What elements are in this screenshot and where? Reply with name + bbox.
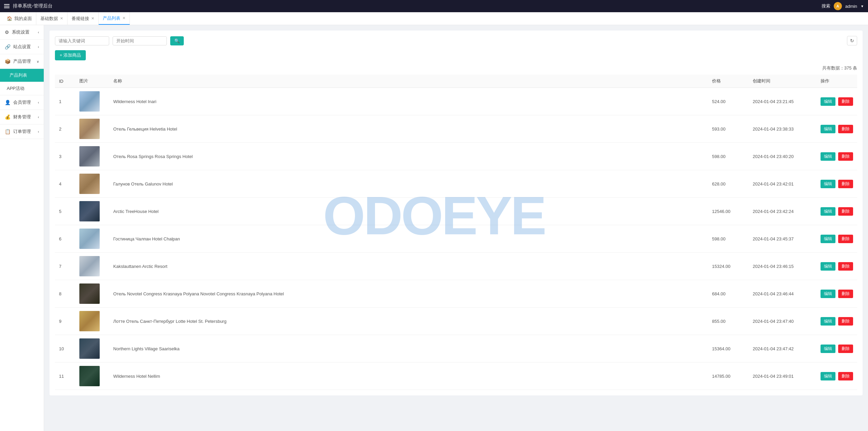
edit-button[interactable]: 编辑: [821, 125, 835, 133]
cell-name: Northern Lights Village Saariselka: [109, 335, 708, 363]
edit-button[interactable]: 编辑: [821, 317, 835, 326]
finance-icon: 💰: [5, 114, 11, 120]
search-toolbar: 🔍 ↻: [55, 36, 857, 45]
tab-products-close[interactable]: ✕: [122, 16, 125, 20]
cell-image: [75, 143, 109, 170]
cell-id: 9: [55, 308, 75, 335]
cell-id: 1: [55, 88, 75, 115]
chevron-icon: ‹: [38, 31, 39, 34]
tab-products[interactable]: 产品列表 ✕: [99, 12, 130, 25]
cell-actions: 编辑 删除: [816, 225, 857, 253]
refresh-button[interactable]: ↻: [847, 36, 857, 45]
cell-id: 5: [55, 198, 75, 225]
tab-home[interactable]: 🏠 我的桌面: [3, 12, 36, 25]
sidebar-item-product-list[interactable]: 产品列表: [0, 69, 44, 82]
chevron-icon: ‹: [38, 115, 39, 119]
sidebar-item-member-manage[interactable]: 👤 会员管理 ‹: [0, 95, 44, 110]
cell-id: 6: [55, 225, 75, 253]
cell-name: Arctic TreeHouse Hotel: [109, 198, 708, 225]
sidebar-item-finance-manage[interactable]: 💰 财务管理 ‹: [0, 110, 44, 124]
delete-button[interactable]: 删除: [838, 372, 853, 380]
edit-button[interactable]: 编辑: [821, 345, 835, 353]
table-row: 2 Отель Гельвеция Helvetia Hotel 593.00 …: [55, 115, 857, 143]
edit-button[interactable]: 编辑: [821, 372, 835, 380]
delete-button[interactable]: 删除: [838, 125, 853, 133]
sidebar-item-order-manage[interactable]: 📋 订单管理 ‹: [0, 124, 44, 139]
cell-price: 15364.00: [708, 335, 749, 363]
delete-button[interactable]: 删除: [838, 345, 853, 353]
header-left: 排单系统-管理后台: [4, 3, 53, 9]
table-row: 11 Wilderness Hotel Nellim 14785.00 2024…: [55, 363, 857, 390]
edit-button[interactable]: 编辑: [821, 235, 835, 243]
cell-price: 14785.00: [708, 363, 749, 390]
total-count: 共有数据：375 条: [55, 65, 857, 71]
table-row: 9 Лотте Отель Санкт-Петербург Lotte Hote…: [55, 308, 857, 335]
cell-price: 15324.00: [708, 253, 749, 280]
cell-name: Галунов Отель Galunov Hotel: [109, 170, 708, 198]
product-icon: 📦: [5, 59, 11, 64]
product-image: [79, 229, 100, 249]
cell-actions: 编辑 删除: [816, 253, 857, 280]
link-icon: 🔗: [5, 44, 11, 50]
sidebar-item-site-settings[interactable]: 🔗 站点设置 ‹: [0, 40, 44, 54]
hamburger-icon[interactable]: [4, 4, 9, 8]
cell-price: 12546.00: [708, 198, 749, 225]
order-icon: 📋: [5, 129, 11, 134]
cell-id: 3: [55, 143, 75, 170]
delete-button[interactable]: 删除: [838, 290, 853, 298]
cell-created: 2024-01-04 23:38:33: [749, 115, 816, 143]
cell-price: 598.00: [708, 143, 749, 170]
sidebar-item-app-activity[interactable]: APP活动: [0, 82, 44, 95]
delete-button[interactable]: 删除: [838, 317, 853, 326]
edit-button[interactable]: 编辑: [821, 152, 835, 161]
delete-button[interactable]: 删除: [838, 235, 853, 243]
delete-button[interactable]: 删除: [838, 262, 853, 271]
cell-id: 4: [55, 170, 75, 198]
search-input[interactable]: [55, 36, 109, 45]
add-product-button[interactable]: + 添加商品: [55, 50, 86, 60]
chevron-down-icon: ▼: [861, 4, 864, 8]
header-right: 搜索 A admin ▼: [822, 2, 864, 10]
edit-button[interactable]: 编辑: [821, 97, 835, 106]
cell-created: 2024-01-04 23:42:24: [749, 198, 816, 225]
cell-name: Wilderness Hotel Nellim: [109, 363, 708, 390]
cell-name: Отель Гельвеция Helvetia Hotel: [109, 115, 708, 143]
date-input[interactable]: [113, 36, 167, 45]
delete-button[interactable]: 删除: [838, 97, 853, 106]
tab-base-data-close[interactable]: ✕: [60, 16, 63, 21]
table-row: 10 Northern Lights Village Saariselka 15…: [55, 335, 857, 363]
sidebar-item-system-settings[interactable]: ⚙ 系统设置 ‹: [0, 25, 44, 40]
cell-actions: 编辑 删除: [816, 335, 857, 363]
table-row: 4 Галунов Отель Galunov Hotel 628.00 202…: [55, 170, 857, 198]
edit-button[interactable]: 编辑: [821, 207, 835, 216]
edit-button[interactable]: 编辑: [821, 290, 835, 298]
content-area: 🔍 ↻ + 添加商品 共有数据：375 条 ID: [44, 25, 868, 431]
product-image: [79, 311, 100, 331]
cell-image: [75, 88, 109, 115]
cell-actions: 编辑 删除: [816, 88, 857, 115]
tab-ad-links-close[interactable]: ✕: [91, 16, 94, 21]
sidebar-item-product-manage[interactable]: 📦 产品管理 ∨: [0, 54, 44, 69]
delete-button[interactable]: 删除: [838, 207, 853, 216]
edit-button[interactable]: 编辑: [821, 180, 835, 188]
top-search-button[interactable]: 搜索: [822, 3, 830, 9]
main-layout: ⚙ 系统设置 ‹ 🔗 站点设置 ‹ 📦 产品管理 ∨ 产品列表 APP活动 👤 …: [0, 25, 868, 431]
cell-created: 2024-01-04 23:21:45: [749, 88, 816, 115]
tab-base-data[interactable]: 基础数据 ✕: [36, 12, 67, 25]
cell-actions: 编辑 删除: [816, 115, 857, 143]
product-image: [79, 201, 100, 221]
cell-price: 628.00: [708, 170, 749, 198]
search-button[interactable]: 🔍: [170, 36, 184, 45]
cell-actions: 编辑 删除: [816, 170, 857, 198]
cell-name: Отель Rosa Springs Rosa Springs Hotel: [109, 143, 708, 170]
col-price: 价格: [708, 75, 749, 88]
tab-ad-links[interactable]: 番规链接 ✕: [67, 12, 99, 25]
edit-button[interactable]: 编辑: [821, 262, 835, 271]
cell-actions: 编辑 删除: [816, 308, 857, 335]
cell-image: [75, 253, 109, 280]
delete-button[interactable]: 删除: [838, 152, 853, 161]
delete-button[interactable]: 删除: [838, 180, 853, 188]
chevron-icon: ‹: [38, 101, 39, 104]
cell-created: 2024-01-04 23:49:01: [749, 363, 816, 390]
top-header: 排单系统-管理后台 搜索 A admin ▼: [0, 0, 868, 12]
